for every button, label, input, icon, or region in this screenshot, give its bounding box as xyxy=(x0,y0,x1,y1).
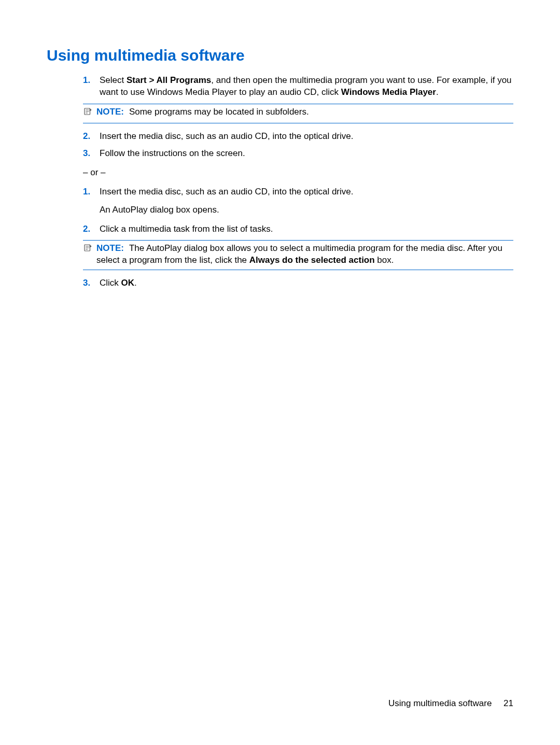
note-label: NOTE: xyxy=(96,107,124,117)
step-number: 1. xyxy=(83,186,100,198)
alt-step-1: 1. Insert the media disc, such as an aud… xyxy=(83,186,513,198)
note-body: NOTE:Some programs may be located in sub… xyxy=(96,106,513,118)
text: . xyxy=(134,278,137,288)
step-1: 1. Select Start > All Programs, and then… xyxy=(83,75,513,99)
page-footer: Using multimedia software 21 xyxy=(388,698,513,709)
step-number: 1. xyxy=(83,75,100,99)
step-text: Click OK. xyxy=(100,277,513,289)
step-text: Follow the instructions on the screen. xyxy=(100,148,513,160)
bold-text: Windows Media Player xyxy=(341,87,436,97)
step-number: 3. xyxy=(83,148,100,160)
note-callout: NOTE:The AutoPlay dialog box allows you … xyxy=(83,240,513,270)
alt-step-3: 3. Click OK. xyxy=(83,277,513,289)
step-text: Click a multimedia task from the list of… xyxy=(100,223,513,235)
bold-text: OK xyxy=(121,278,135,288)
note-body: NOTE:The AutoPlay dialog box allows you … xyxy=(96,243,513,266)
bold-text: Always do the selected action xyxy=(249,255,375,265)
step-3: 3. Follow the instructions on the screen… xyxy=(83,148,513,160)
alt-step-2: 2. Click a multimedia task from the list… xyxy=(83,223,513,235)
bold-text: Start > All Programs xyxy=(127,75,211,85)
note-text: Some programs may be located in subfolde… xyxy=(129,107,309,117)
step-number: 3. xyxy=(83,277,100,289)
note-label: NOTE: xyxy=(96,243,124,253)
step-text: Select Start > All Programs, and then op… xyxy=(100,75,513,99)
step-number: 2. xyxy=(83,131,100,143)
text: Click xyxy=(100,278,121,288)
sub-paragraph: An AutoPlay dialog box opens. xyxy=(100,204,513,216)
footer-section-title: Using multimedia software xyxy=(388,698,492,708)
step-text: Insert the media disc, such as an audio … xyxy=(100,186,513,198)
page-number: 21 xyxy=(503,698,513,708)
step-text: Insert the media disc, such as an audio … xyxy=(100,131,513,143)
step-number: 2. xyxy=(83,223,100,235)
document-page: Using multimedia software 1. Select Star… xyxy=(0,0,560,745)
note-icon xyxy=(83,243,96,256)
note-icon xyxy=(83,106,96,120)
or-separator: – or – xyxy=(83,167,513,179)
note-text: box. xyxy=(375,255,394,265)
step-2: 2. Insert the media disc, such as an aud… xyxy=(83,131,513,143)
body-content: 1. Select Start > All Programs, and then… xyxy=(47,75,513,289)
page-title: Using multimedia software xyxy=(47,47,513,64)
text: . xyxy=(436,87,439,97)
text: Select xyxy=(100,75,127,85)
note-callout: NOTE:Some programs may be located in sub… xyxy=(83,104,513,123)
